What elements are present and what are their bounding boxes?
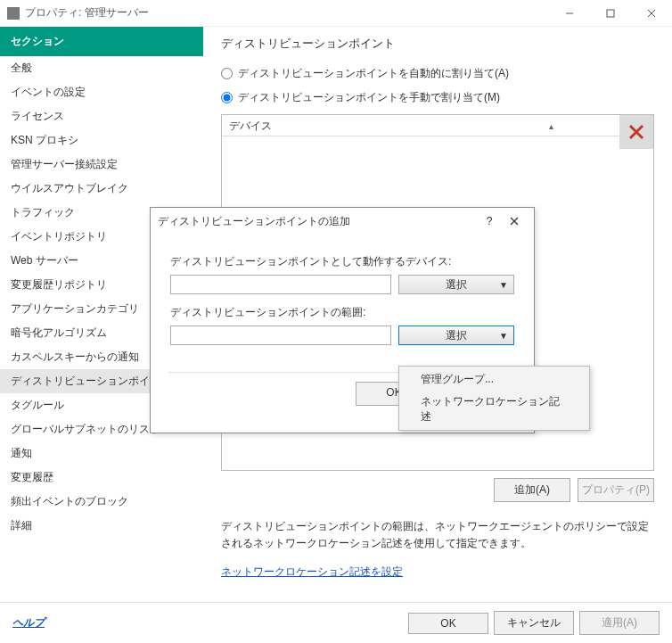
sidebar-item-19[interactable]: 詳細 [0,514,203,538]
list-buttons: 追加(A) プロパティ(P) [221,478,654,502]
sidebar-item-18[interactable]: 頻出イベントのブロック [0,490,203,514]
scope-dropdown: 管理グループ... ネットワークロケーション記述 [398,366,590,431]
dropdown-item-network-location[interactable]: ネットワークロケーション記述 [401,391,587,428]
close-button[interactable] [631,0,672,27]
col-device[interactable]: デバイス ▴ [222,115,605,137]
sidebar-item-1[interactable]: イベントの設定 [0,80,203,104]
dropdown-item-admin-group[interactable]: 管理グループ... [401,368,587,391]
sort-asc-icon: ▴ [549,121,598,131]
dialog-help-button[interactable]: ? [477,209,502,234]
radio-auto-label: ディストリビューションポイントを自動的に割り当て(A) [238,66,509,81]
dialog-titlebar: ディストリビューションポイントの追加 ? [151,208,534,235]
sidebar-item-5[interactable]: ウイルスアウトブレイク [0,177,203,201]
help-link[interactable]: ヘルプ [12,615,45,631]
device-input[interactable] [170,275,391,294]
radio-manual[interactable]: ディストリビューションポイントを手動で割り当て(M) [221,90,654,105]
sidebar-item-4[interactable]: 管理サーバー接続設定 [0,153,203,177]
add-button[interactable]: 追加(A) [494,478,570,502]
label-device: ディストリビューションポイントとして動作するデバイス: [170,254,514,269]
ok-button[interactable]: OK [408,613,488,634]
apply-button: 適用(A) [579,611,660,635]
dialog-close-button[interactable] [502,209,527,234]
minimize-button[interactable] [549,0,590,27]
chevron-down-icon: ▼ [499,280,508,290]
svg-rect-1 [607,10,614,17]
maximize-button[interactable] [590,0,631,27]
list-header: デバイス ▴ [222,115,653,136]
radio-auto-input[interactable] [221,68,233,79]
scope-input[interactable] [170,326,391,345]
sidebar-item-2[interactable]: ライセンス [0,104,203,128]
device-select-label: 選択 [446,277,467,293]
radio-manual-label: ディストリビューションポイントを手動で割り当て(M) [238,90,500,105]
radio-manual-input[interactable] [221,92,233,103]
radio-auto[interactable]: ディストリビューションポイントを自動的に割り当て(A) [221,66,654,81]
device-select-button[interactable]: 選択 ▼ [398,275,514,294]
cancel-button[interactable]: キャンセル [494,611,574,635]
label-scope: ディストリビューションポイントの範囲: [170,305,514,320]
network-location-link[interactable]: ネットワークロケーション記述を設定 [221,565,403,580]
col-device-label: デバイス [229,119,272,134]
sidebar-item-3[interactable]: KSN プロキシ [0,128,203,153]
dialog-body: ディストリビューションポイントとして動作するデバイス: 選択 ▼ ディストリビュ… [151,235,534,354]
sidebar-item-16[interactable]: 通知 [0,441,203,466]
scope-select-button[interactable]: 選択 ▼ [398,326,514,345]
sidebar-item-0[interactable]: 全般 [0,56,203,80]
footer: ヘルプ OK キャンセル 適用(A) [0,602,672,643]
description-text: ディストリビューションポイントの範囲は、ネットワークエージェントのポリシーで設定… [221,518,654,552]
app-icon [7,7,20,20]
content-title: ディストリビューションポイント [221,36,654,52]
remove-button[interactable] [619,115,653,149]
properties-button: プロパティ(P) [578,478,654,502]
chevron-down-icon: ▼ [499,331,508,341]
dialog-title: ディストリビューションポイントの追加 [158,214,477,229]
scope-select-label: 選択 [446,328,467,343]
titlebar: プロパティ: 管理サーバー [0,0,672,27]
sidebar-item-17[interactable]: 変更履歴 [0,466,203,490]
window-title: プロパティ: 管理サーバー [25,5,549,21]
sidebar-header: セクション [0,27,203,56]
